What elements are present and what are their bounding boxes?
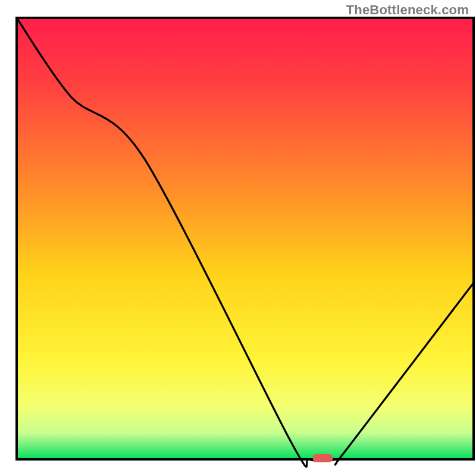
chart-container: TheBottleneck.com [0, 0, 476, 476]
optimal-marker [313, 454, 333, 462]
watermark-text: TheBottleneck.com [346, 2, 469, 18]
plot-background [17, 18, 474, 459]
plot-area [17, 18, 474, 459]
bottleneck-chart [0, 0, 476, 476]
